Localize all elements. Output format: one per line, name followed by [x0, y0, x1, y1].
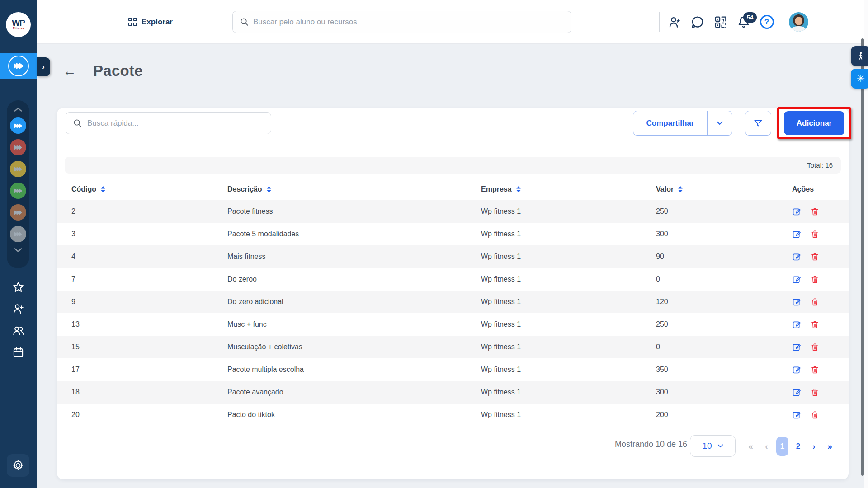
- person-add-icon[interactable]: [12, 303, 24, 315]
- workspace-icon[interactable]: [10, 204, 26, 221]
- qr-code-button[interactable]: [712, 14, 729, 30]
- sort-icon[interactable]: [100, 186, 106, 193]
- edit-icon[interactable]: [792, 388, 802, 397]
- cell-empresa: Wp fitness 1: [481, 230, 656, 238]
- delete-icon[interactable]: [810, 388, 820, 397]
- table-row: 13 Musc + func Wp fitness 1 250: [57, 313, 849, 336]
- scrollbar-thumb[interactable]: [861, 38, 864, 476]
- invite-user-button[interactable]: [666, 14, 683, 30]
- delete-icon[interactable]: [810, 365, 820, 375]
- workspace-icon[interactable]: [10, 183, 26, 199]
- add-button[interactable]: Adicionar: [784, 111, 844, 135]
- play-logo-icon: [14, 188, 22, 194]
- delete-icon[interactable]: [810, 207, 820, 216]
- first-page-button[interactable]: «: [745, 437, 757, 456]
- last-page-button[interactable]: »: [824, 437, 836, 456]
- table-row: 20 Pacto do tiktok Wp fitness 1 200: [57, 404, 849, 426]
- edit-icon[interactable]: [792, 343, 802, 352]
- table-row: 3 Pacote 5 modalidades Wp fitness 1 300: [57, 223, 849, 245]
- edit-icon[interactable]: [792, 207, 802, 216]
- chevron-up-icon[interactable]: [14, 107, 22, 112]
- workspace-icon[interactable]: [10, 161, 26, 177]
- delete-icon[interactable]: [810, 297, 820, 307]
- next-page-button[interactable]: ›: [808, 437, 820, 456]
- cell-empresa: Wp fitness 1: [481, 207, 656, 216]
- sidebar-item-active-workspace[interactable]: [0, 53, 37, 79]
- table-row: 17 Pacote multipla escolha Wp fitness 1 …: [57, 358, 849, 381]
- cell-valor: 0: [656, 275, 792, 283]
- divider: [782, 12, 782, 32]
- chat-button[interactable]: [689, 14, 706, 30]
- row-actions: [792, 410, 838, 420]
- delete-icon[interactable]: [810, 275, 820, 284]
- workspace-icon[interactable]: [10, 117, 26, 134]
- row-actions: [792, 320, 838, 329]
- edit-icon[interactable]: [792, 252, 802, 262]
- workspace-icon[interactable]: [10, 139, 26, 155]
- cell-codigo: 13: [71, 320, 227, 328]
- table-row: 15 Musculação + coletivas Wp fitness 1 0: [57, 336, 849, 358]
- delete-icon[interactable]: [810, 320, 820, 329]
- explore-button[interactable]: Explorar: [128, 0, 173, 44]
- delete-icon[interactable]: [810, 230, 820, 239]
- chevron-down-icon: [717, 444, 723, 448]
- row-actions: [792, 343, 838, 352]
- cell-codigo: 18: [71, 388, 227, 396]
- calendar-icon[interactable]: [12, 346, 24, 358]
- cell-codigo: 20: [71, 411, 227, 419]
- quick-search-input[interactable]: [87, 119, 264, 128]
- column-descricao: Descrição: [227, 185, 262, 193]
- edit-icon[interactable]: [792, 275, 802, 284]
- accessibility-widget-button[interactable]: [851, 46, 868, 66]
- delete-icon[interactable]: [810, 343, 820, 352]
- cell-empresa: Wp fitness 1: [481, 275, 656, 283]
- row-actions: [792, 365, 838, 375]
- sort-icon[interactable]: [266, 186, 272, 193]
- openai-icon: ✳: [857, 73, 865, 84]
- wp-fitness-logo[interactable]: WP Fitness: [6, 12, 31, 37]
- notifications-button[interactable]: 54: [736, 14, 752, 30]
- cell-codigo: 3: [71, 230, 227, 238]
- cell-empresa: Wp fitness 1: [481, 388, 656, 396]
- page-size-select[interactable]: 10: [690, 435, 736, 457]
- sidebar-expand-button[interactable]: ›: [37, 57, 50, 76]
- delete-icon[interactable]: [810, 410, 820, 420]
- prev-page-button[interactable]: ‹: [760, 437, 773, 456]
- cell-valor: 300: [656, 388, 792, 396]
- page-number-button[interactable]: 1: [776, 437, 788, 456]
- edit-icon[interactable]: [792, 230, 802, 239]
- filter-button[interactable]: [745, 111, 771, 136]
- global-search-input[interactable]: [253, 18, 564, 27]
- search-icon: [73, 119, 82, 127]
- chatgpt-widget-button[interactable]: ✳: [851, 69, 868, 89]
- user-avatar[interactable]: [789, 12, 808, 32]
- page-number-button[interactable]: 2: [792, 437, 804, 456]
- workspace-icon[interactable]: [10, 226, 26, 242]
- edit-icon[interactable]: [792, 320, 802, 329]
- cell-valor: 350: [656, 366, 792, 374]
- quick-search[interactable]: [66, 112, 271, 134]
- cell-empresa: Wp fitness 1: [481, 366, 656, 374]
- cell-empresa: Wp fitness 1: [481, 411, 656, 419]
- back-arrow-icon[interactable]: ←: [63, 64, 76, 78]
- pagination-row: Mostrando 10 de 16 10 « ‹ 12 › »: [57, 432, 849, 460]
- chevron-down-icon[interactable]: [14, 248, 22, 253]
- edit-icon[interactable]: [792, 365, 802, 375]
- play-logo-icon: [14, 62, 24, 70]
- header-actions: 54 ?: [659, 0, 808, 44]
- share-dropdown-button[interactable]: [707, 111, 732, 135]
- global-search[interactable]: [232, 11, 571, 33]
- sort-icon[interactable]: [678, 186, 683, 193]
- settings-button[interactable]: [7, 454, 29, 477]
- cell-descricao: Pacote avançado: [227, 388, 481, 396]
- chevron-down-icon: [717, 121, 723, 125]
- sort-icon[interactable]: [516, 186, 521, 193]
- edit-icon[interactable]: [792, 410, 802, 420]
- help-button[interactable]: ?: [759, 14, 775, 30]
- cell-valor: 0: [656, 343, 792, 351]
- share-button[interactable]: Compartilhar: [633, 111, 707, 135]
- star-icon[interactable]: [12, 281, 24, 293]
- people-icon[interactable]: [12, 324, 24, 337]
- edit-icon[interactable]: [792, 297, 802, 307]
- delete-icon[interactable]: [810, 252, 820, 262]
